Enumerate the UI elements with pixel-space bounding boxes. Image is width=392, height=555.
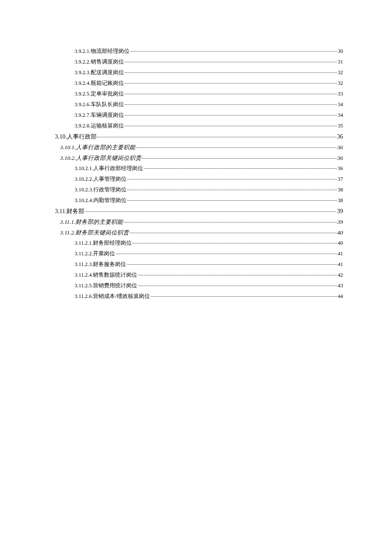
- toc-leader-dots: [138, 286, 337, 286]
- toc-leader-dots: [144, 168, 337, 169]
- toc-entry[interactable]: 3.10.人事行政部36: [49, 131, 343, 142]
- toc-entry[interactable]: 3.10.2.2.人事管理岗位37: [49, 174, 343, 185]
- toc-page-number: 36: [337, 131, 343, 142]
- toc-label: 3.10.1.人事行政部的主要职能: [60, 142, 135, 153]
- toc-label: 3.11.1.财务部的主要职能: [60, 217, 123, 227]
- toc-entry[interactable]: 3.9.2.4.瓶箱记账岗位32: [49, 78, 343, 89]
- toc-leader-dots: [85, 211, 336, 212]
- toc-entry[interactable]: 3.11.1.财务部的主要职能39: [49, 217, 343, 227]
- toc-label: 3.11.2.财务部关键岗位职责: [60, 227, 129, 238]
- toc-entry[interactable]: 3.9.2.1.物流部经理岗位30: [49, 46, 343, 57]
- toc-label: 3.10.2.人事行政部关键岗位职责: [60, 153, 141, 163]
- toc-page-number: 38: [338, 185, 343, 195]
- toc-label: 3.10.人事行政部: [55, 131, 97, 142]
- toc-label: 3.9.2.7.车辆调度岗位: [75, 110, 124, 121]
- toc-leader-dots: [133, 243, 337, 243]
- toc-page-number: 39: [337, 217, 343, 227]
- toc-leader-dots: [130, 233, 336, 233]
- toc-leader-dots: [136, 147, 336, 148]
- toc-page-number: 42: [338, 270, 343, 280]
- toc-leader-dots: [127, 190, 337, 190]
- toc-label: 3.9.2.2.销售调度岗位: [75, 57, 124, 67]
- toc-label: 3.11.2.5.营销费用统计岗位: [75, 280, 137, 291]
- toc-entry[interactable]: 3.9.2.3.配送调度岗位32: [49, 67, 343, 78]
- toc-page-number: 44: [338, 291, 343, 302]
- toc-label: 3.10.2.1.人事行政部经理岗位: [75, 163, 143, 174]
- toc-label: 3.9.2.8.运输核算岗位: [75, 121, 124, 131]
- toc-label: 3.9.2.6.车队队长岗位: [75, 99, 124, 110]
- toc-label: 3.11.2.3.财务服务岗位: [75, 259, 126, 270]
- toc-page-number: 33: [338, 89, 343, 99]
- toc-entry[interactable]: 3.11.2.2.开票岗位41: [49, 249, 343, 259]
- toc-page-number: 32: [338, 78, 343, 89]
- toc-label: 3.11.2.2.开票岗位: [75, 249, 115, 259]
- toc-leader-dots: [116, 254, 337, 254]
- toc-entry[interactable]: 3.11.2.1.财务部经理岗位40: [49, 238, 343, 249]
- toc-entry[interactable]: 3.11.财务部39: [49, 206, 343, 217]
- toc-label: 3.11.2.6.营销成本/绩效核算岗位: [75, 291, 150, 302]
- toc-label: 3.10.2.2.人事管理岗位: [75, 174, 127, 185]
- toc-label: 3.9.2.3.配送调度岗位: [75, 67, 124, 78]
- toc-entry[interactable]: 3.9.2.7.车辆调度岗位34: [49, 110, 343, 121]
- toc-page-number: 36: [338, 163, 343, 174]
- toc-entry[interactable]: 3.10.2.4.内勤管理岗位38: [49, 195, 343, 206]
- toc-page-number: 36: [337, 153, 343, 163]
- toc-page-number: 36: [337, 142, 343, 153]
- toc-leader-dots: [130, 51, 337, 52]
- toc-page-number: 41: [338, 249, 343, 259]
- toc-leader-dots: [125, 104, 337, 105]
- toc-page-number: 34: [338, 99, 343, 110]
- toc-entry[interactable]: 3.9.2.2.销售调度岗位31: [49, 57, 343, 67]
- toc-leader-dots: [125, 83, 337, 84]
- toc-label: 3.11.2.4.销售数据统计岗位: [75, 270, 137, 280]
- toc-entry[interactable]: 3.9.2.6.车队队长岗位34: [49, 99, 343, 110]
- table-of-contents: 3.9.2.1.物流部经理岗位303.9.2.2.销售调度岗位313.9.2.3…: [49, 46, 343, 302]
- toc-label: 3.11.财务部: [55, 206, 84, 217]
- toc-entry[interactable]: 3.10.1.人事行政部的主要职能36: [49, 142, 343, 153]
- toc-page-number: 38: [338, 195, 343, 206]
- toc-leader-dots: [151, 296, 337, 297]
- toc-page-number: 31: [338, 57, 343, 67]
- toc-leader-dots: [98, 137, 336, 137]
- toc-label: 3.9.2.5.定单审批岗位: [75, 89, 124, 99]
- toc-page-number: 40: [337, 227, 343, 238]
- toc-leader-dots: [124, 222, 336, 223]
- toc-page-number: 39: [337, 206, 343, 217]
- toc-leader-dots: [127, 179, 337, 179]
- toc-page-number: 30: [338, 46, 343, 57]
- toc-entry[interactable]: 3.11.2.4.销售数据统计岗位42: [49, 270, 343, 280]
- toc-leader-dots: [138, 275, 337, 275]
- toc-page-number: 43: [338, 280, 343, 291]
- toc-page-number: 35: [338, 121, 343, 131]
- toc-page-number: 34: [338, 110, 343, 121]
- toc-label: 3.9.2.1.物流部经理岗位: [75, 46, 130, 57]
- toc-entry[interactable]: 3.9.2.5.定单审批岗位33: [49, 89, 343, 99]
- toc-label: 3.9.2.4.瓶箱记账岗位: [75, 78, 124, 89]
- toc-entry[interactable]: 3.10.2.1.人事行政部经理岗位36: [49, 163, 343, 174]
- toc-label: 3.11.2.1.财务部经理岗位: [75, 238, 132, 249]
- toc-entry[interactable]: 3.11.2.财务部关键岗位职责40: [49, 227, 343, 238]
- toc-label: 3.10.2.4.内勤管理岗位: [75, 195, 127, 206]
- toc-entry[interactable]: 3.11.2.5.营销费用统计岗位43: [49, 280, 343, 291]
- toc-entry[interactable]: 3.11.2.3.财务服务岗位41: [49, 259, 343, 270]
- toc-entry[interactable]: 3.10.2.3.行政管理岗位38: [49, 185, 343, 195]
- toc-page-number: 37: [338, 174, 343, 185]
- toc-page-number: 40: [338, 238, 343, 249]
- toc-leader-dots: [125, 126, 337, 126]
- toc-leader-dots: [125, 94, 337, 94]
- toc-leader-dots: [127, 264, 337, 265]
- toc-page-number: 32: [338, 67, 343, 78]
- toc-entry[interactable]: 3.10.2.人事行政部关键岗位职责36: [49, 153, 343, 163]
- toc-leader-dots: [127, 200, 337, 201]
- toc-page-number: 41: [338, 259, 343, 270]
- toc-leader-dots: [125, 115, 337, 116]
- toc-entry[interactable]: 3.9.2.8.运输核算岗位35: [49, 121, 343, 131]
- toc-leader-dots: [125, 72, 337, 73]
- toc-leader-dots: [142, 158, 336, 159]
- toc-leader-dots: [125, 62, 337, 62]
- toc-label: 3.10.2.3.行政管理岗位: [75, 185, 127, 195]
- toc-entry[interactable]: 3.11.2.6.营销成本/绩效核算岗位44: [49, 291, 343, 302]
